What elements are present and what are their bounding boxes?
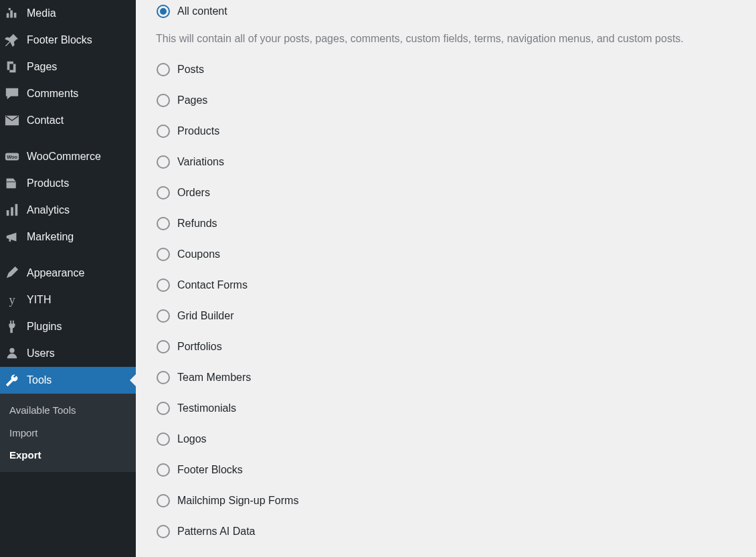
export-option-footer-blocks[interactable]: Footer Blocks (156, 463, 736, 477)
export-option-patterns-ai[interactable]: Patterns AI Data (156, 524, 736, 539)
export-option-portfolios[interactable]: Portfolios (156, 339, 736, 354)
svg-point-12 (157, 248, 169, 260)
sidebar-item-analytics[interactable]: Analytics (0, 197, 136, 224)
radio-icon (156, 216, 171, 231)
submenu-item-import[interactable]: Import (0, 422, 136, 445)
svg-point-5 (160, 8, 167, 15)
yith-icon (4, 292, 20, 308)
svg-point-11 (157, 218, 169, 230)
export-option-posts[interactable]: Posts (156, 62, 736, 77)
radio-label: Coupons (177, 248, 220, 260)
export-option-logos[interactable]: Logos (156, 432, 736, 447)
svg-point-18 (157, 433, 169, 445)
sidebar-item-comments[interactable]: Comments (0, 80, 136, 107)
sidebar-item-label: Tools (27, 375, 128, 386)
analytics-icon (4, 202, 20, 218)
radio-label: Grid Builder (177, 310, 233, 322)
svg-point-7 (157, 94, 169, 106)
sidebar-item-label: Footer Blocks (27, 35, 128, 46)
plugins-icon (4, 319, 20, 335)
export-option-all-content[interactable]: All content (156, 4, 736, 19)
sidebar-item-footer-blocks[interactable]: Footer Blocks (0, 27, 136, 54)
sidebar-item-products[interactable]: Products (0, 170, 136, 197)
svg-point-10 (157, 187, 169, 199)
sidebar-item-label: Pages (27, 62, 128, 72)
radio-label: Footer Blocks (177, 464, 243, 476)
pages-icon (4, 59, 20, 75)
radio-label: Posts (177, 64, 204, 76)
admin-sidebar: MediaFooter BlocksPagesCommentsContactWo… (0, 0, 136, 557)
radio-label: Products (177, 125, 219, 137)
export-option-refunds[interactable]: Refunds (156, 216, 736, 231)
sidebar-item-label: WooCommerce (27, 151, 128, 162)
radio-label: Variations (177, 156, 224, 168)
export-option-pages[interactable]: Pages (156, 93, 736, 108)
radio-label: Portfolios (177, 341, 222, 353)
menu-separator (0, 134, 136, 143)
radio-icon (156, 432, 171, 447)
appearance-icon (4, 265, 20, 281)
svg-point-14 (157, 310, 169, 322)
submenu-item-export[interactable]: Export (0, 444, 136, 467)
export-page-main: All contentThis will contain all of your… (136, 0, 756, 557)
sidebar-item-label: Products (27, 178, 128, 189)
export-option-products[interactable]: Products (156, 124, 736, 139)
export-option-mailchimp[interactable]: Mailchimp Sign-up Forms (156, 493, 736, 508)
sidebar-menu: MediaFooter BlocksPagesCommentsContactWo… (0, 0, 136, 394)
megaphone-icon (4, 229, 20, 245)
svg-point-20 (157, 495, 169, 507)
cart-icon (4, 175, 20, 191)
svg-point-9 (157, 156, 169, 168)
radio-icon (156, 370, 171, 385)
radio-icon (156, 62, 171, 77)
sidebar-item-users[interactable]: Users (0, 340, 136, 367)
radio-icon (156, 93, 171, 108)
sidebar-item-label: Appearance (27, 268, 128, 278)
radio-icon (156, 463, 171, 477)
sidebar-item-tools[interactable]: Tools (0, 367, 136, 394)
sidebar-item-label: YITH (27, 295, 128, 305)
export-option-coupons[interactable]: Coupons (156, 247, 736, 262)
radio-label: All content (177, 5, 227, 17)
sidebar-item-marketing[interactable]: Marketing (0, 224, 136, 250)
sidebar-item-pages[interactable]: Pages (0, 54, 136, 80)
sidebar-item-label: Media (27, 8, 128, 19)
radio-label: Contact Forms (177, 279, 248, 291)
radio-icon (156, 401, 171, 416)
export-option-orders[interactable]: Orders (156, 185, 736, 200)
submenu-item-available-tools[interactable]: Available Tools (0, 399, 136, 422)
radio-label: Patterns AI Data (177, 526, 256, 538)
radio-icon (156, 278, 171, 293)
envelope-icon (4, 112, 20, 129)
radio-label: Orders (177, 187, 210, 199)
export-option-team-members[interactable]: Team Members (156, 370, 736, 385)
radio-icon (156, 185, 171, 200)
sidebar-item-plugins[interactable]: Plugins (0, 313, 136, 340)
radio-icon (156, 155, 171, 169)
sidebar-item-label: Marketing (27, 232, 128, 242)
radio-label: Refunds (177, 218, 217, 230)
media-icon (4, 5, 20, 21)
pin-icon (4, 32, 20, 48)
sidebar-item-appearance[interactable]: Appearance (0, 260, 136, 287)
sidebar-item-media[interactable]: Media (0, 0, 136, 27)
radio-label: Logos (177, 433, 207, 445)
export-option-contact-forms[interactable]: Contact Forms (156, 278, 736, 293)
export-option-testimonials[interactable]: Testimonials (156, 401, 736, 416)
sidebar-item-woocommerce[interactable]: WooCommerce (0, 143, 136, 170)
menu-separator (0, 250, 136, 260)
radio-label: Testimonials (177, 402, 236, 414)
svg-point-17 (157, 402, 169, 414)
svg-point-21 (157, 526, 169, 538)
woo-icon (4, 149, 20, 165)
sidebar-item-yith[interactable]: YITH (0, 287, 136, 313)
export-option-variations[interactable]: Variations (156, 155, 736, 169)
sidebar-item-contact[interactable]: Contact (0, 107, 136, 134)
svg-point-16 (157, 372, 169, 384)
tools-submenu: Available ToolsImportExport (0, 394, 136, 472)
radio-icon (156, 493, 171, 508)
sidebar-item-label: Comments (27, 88, 128, 99)
export-all-content-description: This will contain all of your posts, pag… (156, 31, 736, 46)
radio-label: Pages (177, 94, 207, 106)
export-option-grid-builder[interactable]: Grid Builder (156, 309, 736, 323)
